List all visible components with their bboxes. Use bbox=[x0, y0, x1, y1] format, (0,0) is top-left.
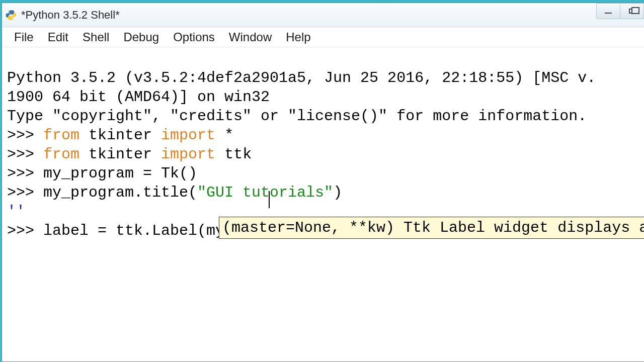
prompt: >>> bbox=[7, 184, 43, 201]
kw-import: import bbox=[161, 146, 215, 163]
shell-text-area[interactable]: Python 3.5.2 (v3.5.2:4def2a2901a5, Jun 2… bbox=[2, 47, 644, 341]
call-tip-tooltip: (master=None, **kw) Ttk Label widget dis… bbox=[219, 217, 644, 239]
kw-from: from bbox=[43, 146, 79, 163]
calltip-signature: (master=None, **kw) bbox=[222, 219, 394, 236]
banner-line-3: Type "copyright", "credits" or "license(… bbox=[7, 108, 587, 125]
mod-tkinter: tkinter bbox=[89, 127, 152, 144]
menu-help[interactable]: Help bbox=[279, 28, 317, 46]
menu-window[interactable]: Window bbox=[222, 28, 279, 46]
svg-point-0 bbox=[9, 11, 10, 12]
mod-tkinter: tkinter bbox=[89, 146, 152, 163]
menu-shell[interactable]: Shell bbox=[75, 28, 116, 46]
menu-debug[interactable]: Debug bbox=[116, 28, 166, 46]
kw-from: from bbox=[43, 127, 79, 144]
menu-options[interactable]: Options bbox=[166, 28, 222, 46]
minimize-icon bbox=[605, 13, 612, 14]
banner-line-2: 1900 64 bit (AMD64)] on win32 bbox=[7, 88, 270, 106]
prompt: >>> bbox=[7, 127, 43, 144]
string-literal: "GUI tutorials" bbox=[197, 184, 333, 201]
prompt: >>> bbox=[7, 165, 43, 182]
line-tk: my_program = Tk() bbox=[43, 165, 197, 182]
prompt: >>> bbox=[7, 222, 43, 239]
line-title-pre: my_program.title( bbox=[43, 184, 197, 201]
svg-point-1 bbox=[13, 18, 14, 19]
window-controls: ✕ bbox=[597, 3, 644, 19]
minimize-button[interactable] bbox=[596, 3, 620, 19]
kw-import: import bbox=[161, 127, 215, 144]
import-ttk: ttk bbox=[224, 146, 252, 163]
maximize-icon bbox=[629, 9, 635, 14]
menu-bar: File Edit Shell Debug Options Window Hel… bbox=[2, 27, 644, 47]
banner-line-1: Python 3.5.2 (v3.5.2:4def2a2901a5, Jun 2… bbox=[7, 69, 596, 86]
import-star: * bbox=[224, 127, 233, 144]
idle-window: *Python 3.5.2 Shell* ✕ File Edit Shell D… bbox=[2, 3, 644, 362]
title-bar[interactable]: *Python 3.5.2 Shell* ✕ bbox=[2, 3, 644, 27]
maximize-button[interactable] bbox=[620, 3, 644, 19]
menu-edit[interactable]: Edit bbox=[41, 28, 75, 46]
python-icon bbox=[5, 9, 17, 21]
repl-output: '' bbox=[7, 203, 25, 220]
menu-file[interactable]: File bbox=[7, 28, 41, 46]
prompt: >>> bbox=[7, 146, 43, 163]
text-caret bbox=[269, 191, 270, 208]
calltip-doc: Ttk Label widget displays a textual labe… bbox=[404, 219, 644, 236]
line-title-post: ) bbox=[333, 184, 342, 201]
window-title: *Python 3.5.2 Shell* bbox=[21, 9, 120, 22]
